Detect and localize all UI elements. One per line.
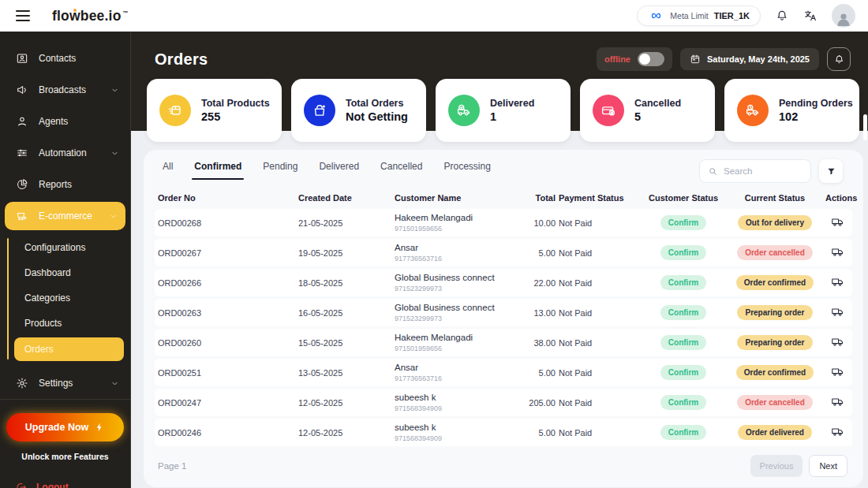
sidebar-item-contacts[interactable]: Contacts (0, 43, 130, 74)
notifications-bell-icon[interactable] (775, 9, 789, 23)
sidebar-item-label: Settings (39, 378, 73, 389)
sidebar-bottom: Upgrade Now Unlock more Features Logout (0, 399, 130, 488)
cell-customer: Global Business connect971523299973 (395, 303, 514, 322)
cell-created-date: 12-05-2025 (298, 428, 395, 438)
pagination: Page 1 Previous Next (155, 449, 852, 477)
cell-created-date: 15-05-2025 (298, 338, 395, 348)
table-row[interactable]: ORD0026015-05-2025Hakeem Melangadi971501… (155, 329, 852, 356)
delivery-truck-icon[interactable] (831, 215, 844, 229)
delivery-truck-icon[interactable] (831, 395, 844, 408)
cell-current-status: Order cancelled (724, 245, 825, 260)
customer-status-badge[interactable]: Confirm (660, 365, 706, 380)
delivery-truck-icon[interactable] (831, 275, 844, 289)
delivery-truck-icon[interactable] (831, 365, 844, 378)
sidebar-item-broadcasts[interactable]: Broadcasts (0, 74, 130, 106)
cell-order-no: ORD00266 (158, 278, 298, 288)
cell-actions (825, 245, 849, 260)
translate-language-icon[interactable] (803, 9, 817, 23)
orders-bell-button[interactable] (827, 47, 851, 71)
product-box-icon (159, 95, 191, 126)
cell-payment-status: Not Paid (559, 428, 642, 438)
tab-processing[interactable]: Processing (443, 161, 490, 180)
logo-text: flo (52, 8, 69, 24)
hamburger-menu-icon[interactable] (16, 10, 30, 21)
column-header-current-status: Current Status (724, 193, 825, 203)
cell-total: 5.00 (514, 428, 559, 438)
customer-status-badge[interactable]: Confirm (660, 275, 706, 290)
table-row[interactable]: ORD0026618-05-2025Global Business connec… (155, 269, 852, 296)
cell-created-date: 19-05-2025 (298, 248, 395, 258)
tab-confirmed[interactable]: Confirmed (194, 161, 241, 180)
cell-customer-status: Confirm (642, 395, 724, 410)
current-status-badge[interactable]: Out for delivery (738, 215, 812, 230)
tab-delivered[interactable]: Delivered (319, 161, 359, 180)
sidebar-subitem-orders[interactable]: Orders (14, 337, 124, 361)
reports-icon (16, 178, 28, 191)
unlock-features-text: Unlock more Features (0, 452, 130, 461)
sidebar-item-settings[interactable]: Settings (0, 367, 130, 399)
cell-customer-status: Confirm (642, 425, 724, 440)
stat-text: Delivered1 (490, 98, 534, 123)
contacts-icon (16, 52, 28, 65)
current-status-badge[interactable]: Order cancelled (737, 245, 813, 260)
delivery-truck-icon[interactable] (831, 425, 844, 438)
sidebar-item-agents[interactable]: Agents (0, 106, 130, 137)
table-row[interactable]: ORD0024712-05-2025subeesh k9715683949092… (155, 389, 852, 416)
scroll-indicator[interactable] (863, 114, 867, 140)
offline-label: offline (604, 54, 630, 64)
customer-status-badge[interactable]: Confirm (660, 425, 706, 440)
sidebar-subitem-dashboard[interactable]: Dashboard (0, 260, 130, 285)
date-display[interactable]: Saturday, May 24th, 2025 (680, 48, 819, 70)
sidebar-item-automation[interactable]: Automation (0, 137, 130, 169)
stat-text: Cancelled5 (634, 98, 681, 123)
previous-page-button[interactable]: Previous (750, 455, 803, 477)
stat-value: 255 (201, 110, 270, 123)
sidebar-subitem-configurations[interactable]: Configurations (0, 235, 130, 260)
main-content: Orders offline Saturday, May 24th, 2025 (131, 32, 868, 488)
search-input[interactable] (724, 166, 803, 176)
table-row[interactable]: ORD0026821-05-2025Hakeem Melangadi971501… (155, 209, 852, 237)
app-logo[interactable]: flowbee.io™ (52, 8, 129, 24)
table-row[interactable]: ORD0024612-05-2025subeesh k9715683949095… (155, 419, 852, 446)
delivery-truck-icon[interactable] (831, 245, 844, 259)
next-page-button[interactable]: Next (809, 455, 847, 477)
customer-status-badge[interactable]: Confirm (660, 305, 706, 320)
logout-icon (16, 482, 27, 488)
customer-name: Global Business connect (395, 303, 514, 313)
tab-all[interactable]: All (163, 161, 173, 180)
delivery-truck-icon[interactable] (831, 305, 844, 319)
online-offline-toggle[interactable] (638, 52, 664, 66)
delivery-truck-icon[interactable] (831, 335, 844, 348)
cell-current-status: Order confirmed (724, 365, 825, 380)
customer-status-badge[interactable]: Confirm (660, 215, 706, 230)
meta-limit-pill[interactable]: Meta Limit TIER_1K (637, 6, 761, 26)
table-row[interactable]: ORD0025113-05-2025Ansar9177365637165.00N… (155, 359, 852, 386)
sidebar-subitem-products[interactable]: Products (0, 311, 130, 336)
table-row[interactable]: ORD0026316-05-2025Global Business connec… (155, 299, 852, 326)
current-status-badge[interactable]: Preparing order (737, 335, 812, 350)
cell-customer: Ansar917736563716 (395, 363, 514, 382)
upgrade-now-button[interactable]: Upgrade Now (6, 413, 124, 441)
cell-created-date: 12-05-2025 (298, 398, 395, 408)
filter-button[interactable] (819, 159, 843, 183)
cell-current-status: Order delivered (724, 425, 825, 440)
current-status-badge[interactable]: Order cancelled (737, 395, 813, 410)
agents-icon (16, 115, 28, 128)
table-row[interactable]: ORD0026719-05-2025Ansar9177365637165.00N… (155, 239, 852, 266)
current-status-badge[interactable]: Order delivered (738, 425, 812, 440)
current-status-badge[interactable]: Order confirmed (736, 275, 814, 290)
customer-status-badge[interactable]: Confirm (660, 335, 706, 350)
current-status-badge[interactable]: Preparing order (737, 305, 812, 320)
customer-status-badge[interactable]: Confirm (660, 395, 706, 410)
cell-total: 5.00 (514, 248, 559, 258)
tab-pending[interactable]: Pending (263, 161, 297, 180)
sidebar-subitem-categories[interactable]: Categories (0, 285, 130, 311)
tab-cancelled[interactable]: Cancelled (380, 161, 422, 180)
sidebar-item-reports[interactable]: Reports (0, 169, 130, 200)
user-avatar[interactable] (832, 4, 855, 28)
sidebar-item-e-commerce[interactable]: E-commerce (5, 202, 125, 230)
stat-label: Delivered (490, 98, 534, 109)
current-status-badge[interactable]: Order confirmed (736, 365, 814, 380)
logout-button[interactable]: Logout (0, 482, 130, 488)
customer-status-badge[interactable]: Confirm (660, 245, 706, 260)
